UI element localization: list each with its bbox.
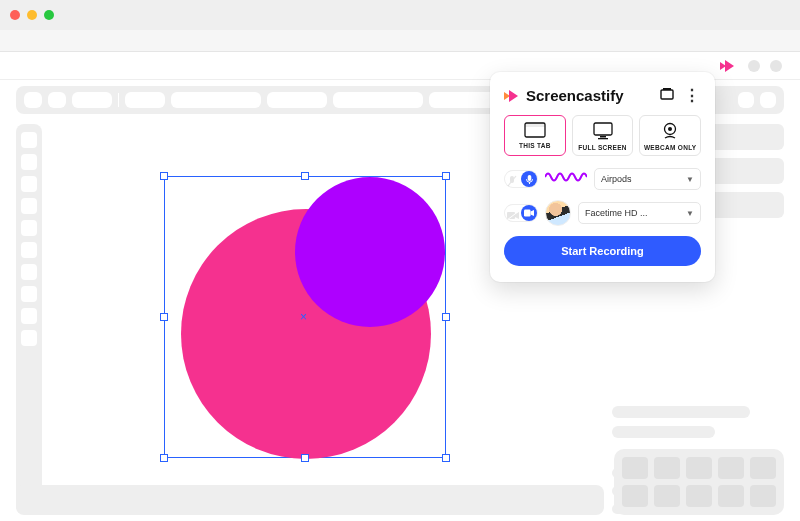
swatch[interactable] xyxy=(622,457,648,479)
swatch[interactable] xyxy=(750,485,776,507)
swatch[interactable] xyxy=(750,457,776,479)
close-window-icon[interactable] xyxy=(10,10,20,20)
browser-tab-strip xyxy=(0,30,800,52)
svg-rect-10 xyxy=(598,138,608,139)
selection-center-icon: × xyxy=(300,312,307,322)
microphone-device-value: Airpods xyxy=(601,174,632,184)
tool-slot[interactable] xyxy=(21,198,37,214)
resize-handle-nw[interactable] xyxy=(160,172,168,180)
maximize-window-icon[interactable] xyxy=(44,10,54,20)
swatch[interactable] xyxy=(654,485,680,507)
resize-handle-ne[interactable] xyxy=(442,172,450,180)
start-recording-button[interactable]: Start Recording xyxy=(504,236,701,266)
browser-titlebar xyxy=(0,0,800,30)
tool-slot[interactable] xyxy=(21,132,37,148)
tool-slot[interactable] xyxy=(21,154,37,170)
panel-placeholder xyxy=(612,406,750,418)
mode-label: FULL SCREEN xyxy=(578,144,627,151)
webcam-preview-avatar xyxy=(545,200,571,226)
svg-rect-5 xyxy=(663,88,671,90)
mode-this-tab[interactable]: THIS TAB xyxy=(504,115,566,156)
window-controls xyxy=(10,10,54,20)
camera-device-select[interactable]: Facetime HD ... ▼ xyxy=(578,202,701,224)
svg-rect-4 xyxy=(661,90,673,99)
svg-marker-1 xyxy=(725,60,734,72)
swatch[interactable] xyxy=(654,457,680,479)
webcam-icon xyxy=(660,122,680,140)
brand-name: Screencastify xyxy=(526,87,624,104)
resize-handle-e[interactable] xyxy=(442,313,450,321)
swatch-grid xyxy=(614,449,784,515)
microphone-device-select[interactable]: Airpods ▼ xyxy=(594,168,701,190)
swatch[interactable] xyxy=(622,485,648,507)
extension-placeholder-icon xyxy=(770,60,782,72)
library-icon[interactable] xyxy=(660,87,674,105)
camera-off-icon xyxy=(507,207,519,225)
svg-rect-18 xyxy=(524,210,531,217)
tool-slot[interactable] xyxy=(21,286,37,302)
microphone-row: Airpods ▼ xyxy=(504,168,701,190)
monitor-icon xyxy=(592,122,614,140)
camera-toggle[interactable] xyxy=(504,204,538,222)
chevron-down-icon: ▼ xyxy=(686,209,694,218)
screencastify-extension-icon[interactable] xyxy=(720,59,738,73)
tool-slot[interactable] xyxy=(21,330,37,346)
svg-rect-9 xyxy=(600,136,606,138)
camera-device-value: Facetime HD ... xyxy=(585,208,648,218)
tab-icon xyxy=(524,122,546,138)
selection-box[interactable]: × xyxy=(164,176,446,458)
swatch[interactable] xyxy=(718,485,744,507)
tool-slot[interactable] xyxy=(21,176,37,192)
tool-slot[interactable] xyxy=(21,308,37,324)
panel-placeholder xyxy=(612,426,715,438)
mode-webcam-only[interactable]: WEBCAM ONLY xyxy=(639,115,701,156)
tool-slot[interactable] xyxy=(21,242,37,258)
mic-muted-icon xyxy=(507,173,517,191)
brand-logo: Screencastify xyxy=(504,87,624,104)
bottom-bar xyxy=(16,485,604,515)
audio-waveform-icon xyxy=(545,168,587,190)
tool-slot[interactable] xyxy=(21,264,37,280)
svg-marker-3 xyxy=(509,90,518,102)
purple-circle-shape[interactable] xyxy=(295,177,445,327)
swatch[interactable] xyxy=(686,485,712,507)
resize-handle-n[interactable] xyxy=(301,172,309,180)
svg-point-12 xyxy=(668,127,672,131)
minimize-window-icon[interactable] xyxy=(27,10,37,20)
svg-rect-7 xyxy=(525,123,545,127)
resize-handle-w[interactable] xyxy=(160,313,168,321)
microphone-toggle[interactable] xyxy=(504,170,538,188)
mode-label: THIS TAB xyxy=(519,142,551,149)
mode-full-screen[interactable]: FULL SCREEN xyxy=(572,115,634,156)
svg-marker-19 xyxy=(531,210,535,216)
mode-label: WEBCAM ONLY xyxy=(644,144,697,151)
brand-mark-icon xyxy=(504,89,522,103)
camera-row: Facetime HD ... ▼ xyxy=(504,200,701,226)
svg-rect-8 xyxy=(594,123,612,135)
microphone-icon xyxy=(525,174,534,185)
extension-placeholder-icon xyxy=(748,60,760,72)
chevron-down-icon: ▼ xyxy=(686,175,694,184)
screencastify-popup: Screencastify ⋮ THIS TAB FULL SCREEN WEB… xyxy=(490,72,715,282)
record-mode-tabs: THIS TAB FULL SCREEN WEBCAM ONLY xyxy=(504,115,701,156)
menu-kebab-icon[interactable]: ⋮ xyxy=(684,86,701,105)
tool-slot[interactable] xyxy=(21,220,37,236)
swatch[interactable] xyxy=(718,457,744,479)
video-camera-icon xyxy=(524,209,534,217)
swatch[interactable] xyxy=(686,457,712,479)
